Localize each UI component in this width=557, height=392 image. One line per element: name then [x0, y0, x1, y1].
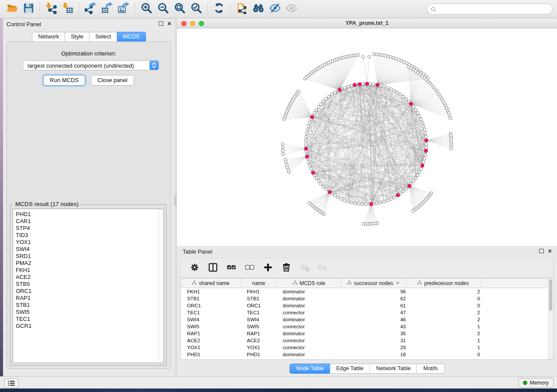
svg-text:f(x): f(x) [318, 263, 328, 271]
toolbar-separator [230, 3, 231, 16]
memory-button[interactable]: Memory [518, 378, 554, 388]
save-session-button[interactable] [20, 2, 37, 16]
new-network-from-selection-button[interactable] [233, 2, 250, 16]
mcds-result-item[interactable]: GCR1 [13, 323, 163, 330]
import-table-button[interactable] [59, 2, 76, 16]
float-panel-icon[interactable] [159, 21, 163, 26]
mcds-result-title: MCDS result (17 nodes) [14, 201, 80, 207]
mcds-result-item[interactable]: SWI5 [13, 309, 163, 316]
mcds-result-item[interactable]: CAR1 [13, 218, 163, 225]
show-columns-button[interactable] [204, 260, 221, 276]
optimization-criterion-label: Optimization criterion: [7, 50, 170, 57]
mcds-result-item[interactable]: STB1 [13, 302, 163, 309]
function-builder-button: f(x) [315, 260, 331, 276]
table-row[interactable]: STB1STB1dominator620 [181, 295, 553, 302]
table-panel: Table Panel × f(x) shared namenameMCDS r… [177, 246, 557, 376]
apply-layout-button[interactable] [211, 2, 227, 16]
show-hidden-icon [286, 2, 298, 16]
mcds-result-item[interactable]: ORC1 [13, 288, 163, 295]
column-header-MCDS-role[interactable]: MCDS role [277, 279, 341, 288]
table-row[interactable]: RAP1RAP1dominator352 [181, 330, 553, 337]
add-column-icon [263, 262, 273, 274]
mcds-result-item[interactable]: YOX1 [13, 239, 163, 246]
tab-motifs[interactable]: Motifs [417, 364, 444, 374]
run-mcds-button[interactable]: Run MCDS [43, 75, 85, 86]
table-toolbar: f(x) [180, 258, 554, 278]
select-all-button[interactable] [223, 260, 239, 276]
desktop-wallpaper-bottom [0, 389, 557, 392]
node-table: shared namenameMCDS rolesuccessor nodesp… [180, 278, 554, 360]
tab-mcds[interactable]: MCDS [117, 32, 145, 42]
export-network-button[interactable] [82, 2, 99, 16]
tab-edge-table[interactable]: Edge Table [330, 364, 370, 374]
table-row[interactable]: SWI5SWI5connector431 [181, 323, 553, 330]
mcds-result-item[interactable]: RAP1 [13, 295, 163, 302]
zoom-out-button[interactable] [155, 2, 171, 16]
table-row[interactable]: TEC1TEC1connector472 [181, 309, 553, 316]
control-panel-header: Control Panel × [3, 18, 175, 30]
network-window-titlebar[interactable]: YPA_prune.txt_1 [177, 18, 557, 28]
column-header-name[interactable]: name [241, 279, 277, 288]
tab-style[interactable]: Style [65, 32, 90, 42]
apply-layout-icon [213, 2, 225, 16]
mcds-result-item[interactable]: TID3 [13, 232, 163, 239]
table-settings-button[interactable] [186, 260, 203, 276]
export-image-button[interactable] [115, 2, 132, 16]
column-header-successor-nodes[interactable]: successor nodes [341, 279, 406, 288]
delete-column-button[interactable] [278, 260, 294, 276]
criterion-select-value: largest connected component (undirected) [28, 62, 134, 69]
first-neighbors-button[interactable] [250, 2, 266, 16]
network-canvas[interactable] [177, 28, 557, 246]
mcds-result-item[interactable]: SRD1 [13, 253, 163, 260]
zoom-fit-button[interactable] [171, 2, 188, 16]
table-scrollbar[interactable] [548, 279, 553, 359]
task-history-button[interactable] [4, 378, 18, 388]
export-network-icon [85, 2, 97, 16]
criterion-select[interactable]: largest connected component (undirected) [23, 60, 159, 70]
tab-select[interactable]: Select [90, 32, 117, 42]
close-panel-icon[interactable]: × [167, 21, 171, 26]
float-panel-icon[interactable] [539, 249, 544, 253]
export-table-icon [101, 2, 113, 16]
mcds-result-item[interactable]: TEC1 [13, 316, 163, 323]
toolbar-separator [207, 3, 208, 16]
column-header-shared-name[interactable]: shared name [181, 279, 241, 288]
deselect-all-button[interactable] [241, 260, 258, 276]
mcds-result-item[interactable]: SWI4 [13, 246, 163, 253]
select-all-icon [226, 262, 236, 274]
tab-node-table[interactable]: Node Table [290, 364, 330, 374]
mcds-result-item[interactable]: ACE2 [13, 274, 163, 281]
table-row[interactable]: ACE2ACE2connector311 [181, 337, 553, 344]
table-row[interactable]: FKH1FKH1dominator962 [181, 288, 553, 296]
tab-network[interactable]: Network [32, 32, 65, 42]
column-header-predecessor-nodes[interactable]: predecessor nodes [406, 279, 480, 288]
sort-descending-icon [395, 280, 400, 286]
table-row[interactable]: PHD1PHD1dominator180 [181, 351, 553, 358]
mcds-result-item[interactable]: PHD1 [13, 211, 163, 218]
open-file-icon [6, 2, 18, 16]
close-panel-icon[interactable]: × [548, 248, 552, 254]
add-column-button[interactable] [259, 260, 276, 276]
mcds-result-item[interactable]: PMA2 [13, 260, 163, 267]
zoom-in-button[interactable] [138, 2, 155, 16]
mcds-result-item[interactable]: STB5 [13, 281, 163, 288]
new-network-from-selection-icon [236, 2, 248, 16]
zoom-selected-button[interactable] [188, 2, 204, 16]
list-icon [7, 380, 15, 386]
search-input[interactable] [427, 3, 553, 14]
network-graph[interactable] [177, 28, 557, 246]
tab-network-table[interactable]: Network Table [370, 364, 417, 374]
table-scrollbar-thumb[interactable] [549, 279, 552, 311]
close-panel-button[interactable]: Close panel [91, 75, 134, 86]
open-file-button[interactable] [3, 2, 20, 16]
export-table-button[interactable] [99, 2, 115, 16]
import-network-button[interactable] [43, 2, 59, 16]
table-row[interactable]: SWI4SWI4dominator462 [181, 316, 553, 323]
mcds-result-item[interactable]: STP4 [13, 225, 163, 232]
table-row[interactable]: YOX1YOX1connector291 [181, 344, 553, 351]
column-type-icon [347, 280, 352, 286]
mcds-result-item[interactable]: FKH1 [13, 267, 163, 274]
mcds-list-scrollbar[interactable] [158, 209, 163, 363]
table-row[interactable]: ORC1ORC1dominator610 [181, 302, 553, 309]
hide-selected-button[interactable] [266, 2, 283, 16]
